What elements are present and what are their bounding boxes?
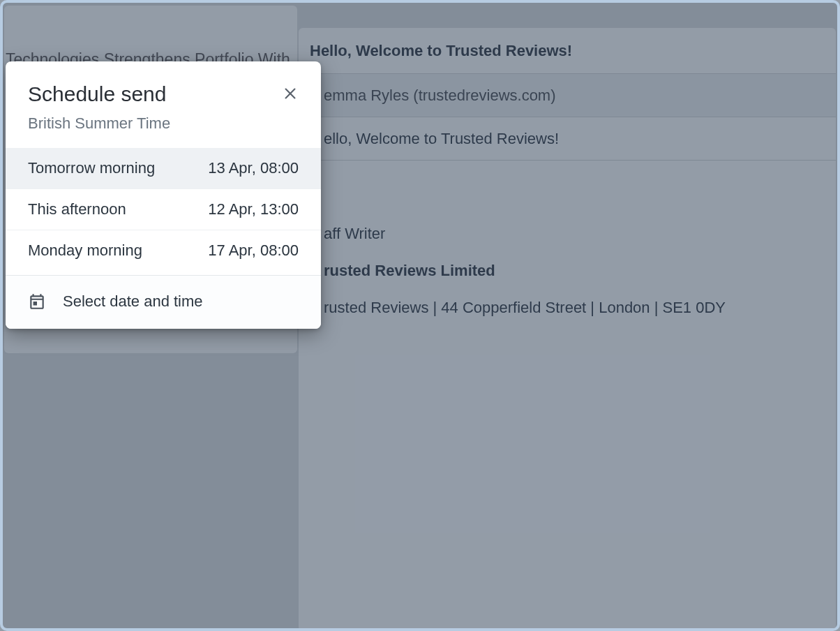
body-line-3: rusted Reviews | 44 Copperfield Street |… bbox=[324, 296, 836, 319]
schedule-option-this-afternoon[interactable]: This afternoon 12 Apr, 13:00 bbox=[6, 188, 321, 230]
schedule-option-tomorrow-morning[interactable]: Tomorrow morning 13 Apr, 08:00 bbox=[6, 148, 321, 188]
schedule-send-dialog: Schedule send British Summer Time Tomorr… bbox=[6, 61, 321, 329]
option-time: 12 Apr, 13:00 bbox=[208, 200, 299, 218]
option-label: This afternoon bbox=[28, 200, 126, 218]
schedule-options-list: Tomorrow morning 13 Apr, 08:00 This afte… bbox=[6, 148, 321, 271]
close-button[interactable] bbox=[279, 82, 301, 105]
option-label: Monday morning bbox=[28, 242, 142, 260]
body-line-1: aff Writer bbox=[324, 222, 836, 245]
compose-header: Hello, Welcome to Trusted Reviews! bbox=[299, 28, 836, 74]
dialog-timezone: British Summer Time bbox=[28, 114, 299, 133]
compose-body: aff Writer rusted Reviews Limited rusted… bbox=[299, 161, 836, 319]
schedule-option-monday-morning[interactable]: Monday morning 17 Apr, 08:00 bbox=[6, 230, 321, 271]
option-time: 13 Apr, 08:00 bbox=[208, 159, 299, 177]
option-label: Tomorrow morning bbox=[28, 159, 155, 177]
option-time: 17 Apr, 08:00 bbox=[208, 242, 299, 260]
body-line-2: rusted Reviews Limited bbox=[324, 259, 836, 282]
compose-subject-row: ello, Welcome to Trusted Reviews! bbox=[299, 117, 836, 161]
select-date-time-label: Select date and time bbox=[63, 292, 203, 311]
compose-from-row: emma Ryles (trustedreviews.com) bbox=[299, 74, 836, 117]
select-date-time-button[interactable]: Select date and time bbox=[6, 276, 321, 329]
dialog-title: Schedule send bbox=[28, 82, 299, 106]
dialog-header: Schedule send British Summer Time bbox=[6, 61, 321, 148]
close-icon bbox=[283, 86, 298, 101]
calendar-icon bbox=[28, 292, 46, 311]
compose-panel-bg: Hello, Welcome to Trusted Reviews! emma … bbox=[299, 28, 836, 631]
